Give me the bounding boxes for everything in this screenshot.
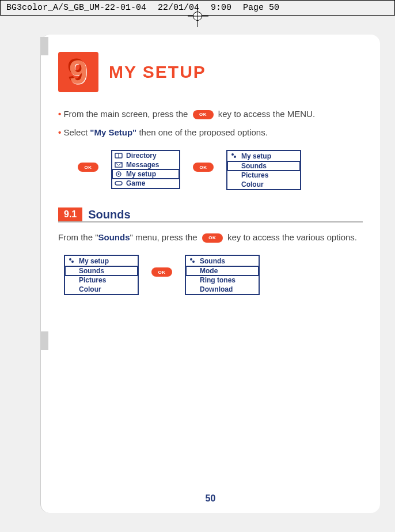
ok-key-icon xyxy=(193,110,214,119)
section-title: Sounds xyxy=(88,208,130,221)
svg-point-10 xyxy=(190,258,192,261)
doc-id: BG3color_A/S_GB_UM-22-01-04 xyxy=(6,3,146,13)
svg-point-7 xyxy=(234,156,236,158)
menu-item-selected: Mode xyxy=(186,266,259,276)
my-setup-menu-box: My setup Sounds Pictures Colour xyxy=(226,150,301,190)
chapter-title: MY SETUP xyxy=(109,62,206,82)
svg-point-4 xyxy=(118,173,120,175)
section-header: 9.1 Sounds xyxy=(58,207,363,222)
intro-line-1: From the main screen, press the key to a… xyxy=(58,107,363,121)
menu-item: Directory xyxy=(112,151,179,160)
main-menu-box: Directory Messages My setup Game xyxy=(111,150,180,189)
sounds-menu-box: Sounds Mode Ring tones Download xyxy=(185,255,260,295)
menu-title: My setup xyxy=(227,151,300,161)
menu-item: Messages xyxy=(112,160,179,169)
ok-key-icon xyxy=(202,233,223,243)
ok-key-icon xyxy=(193,163,214,172)
menu-title: My setup xyxy=(65,256,138,266)
menu-item-selected: Sounds xyxy=(227,161,300,171)
sounds-icon xyxy=(188,257,196,264)
ok-key-icon xyxy=(78,163,98,172)
doc-page-label: Page 50 xyxy=(243,3,279,13)
menu-item: Download xyxy=(186,285,259,294)
svg-point-6 xyxy=(231,153,234,156)
directory-icon xyxy=(115,152,123,159)
page-sheet: 9 MY SETUP From the main screen, press t… xyxy=(40,35,380,513)
chapter-rule xyxy=(58,82,380,85)
menu-item: Pictures xyxy=(65,276,138,285)
menu-item: Colour xyxy=(65,285,138,294)
menu-item: Game xyxy=(112,179,179,188)
menu-item: Ring tones xyxy=(186,276,259,285)
doc-time: 9:00 xyxy=(211,3,231,13)
setup-icon xyxy=(115,171,123,178)
registration-mark-icon xyxy=(193,12,202,21)
page-number: 50 xyxy=(41,493,380,504)
setup-icon xyxy=(67,257,75,264)
ok-key-icon xyxy=(151,267,172,277)
menu-flow-2: My setup Sounds Pictures Colour Sounds M… xyxy=(64,255,363,295)
section-number: 9.1 xyxy=(58,207,82,221)
svg-point-9 xyxy=(71,261,74,263)
menu-item-selected: My setup xyxy=(112,169,179,179)
svg-point-11 xyxy=(192,261,195,263)
chapter-header: 9 MY SETUP xyxy=(58,52,363,92)
side-tab xyxy=(40,37,48,55)
menu-flow-1: Directory Messages My setup Game My setu… xyxy=(75,150,363,190)
messages-icon xyxy=(115,161,123,168)
doc-date: 22/01/04 xyxy=(158,3,199,13)
svg-point-8 xyxy=(69,258,71,261)
chapter-number-badge: 9 xyxy=(58,52,98,92)
section-text: From the "Sounds" menu, press the key to… xyxy=(58,231,363,244)
side-tab xyxy=(40,331,48,350)
my-setup-menu-box-2: My setup Sounds Pictures Colour xyxy=(64,255,139,295)
game-icon xyxy=(115,180,123,187)
menu-item: Pictures xyxy=(227,171,300,180)
menu-item-selected: Sounds xyxy=(65,266,138,276)
menu-item: Colour xyxy=(227,180,300,189)
intro-line-2: Select "My Setup" then one of the propos… xyxy=(58,126,363,139)
menu-title: Sounds xyxy=(186,256,259,266)
setup-icon xyxy=(230,152,238,159)
chapter-number: 9 xyxy=(69,55,88,89)
svg-rect-5 xyxy=(115,182,122,185)
